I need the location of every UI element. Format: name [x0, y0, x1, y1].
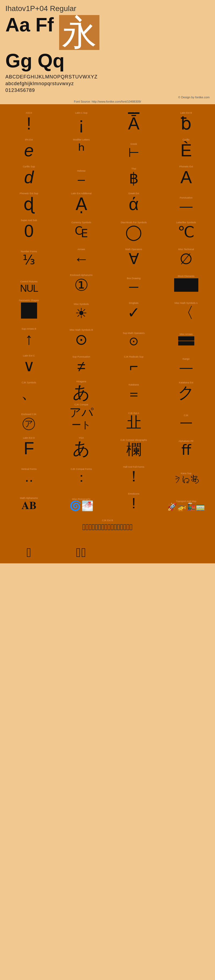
preview-ff: Ff	[35, 15, 54, 50]
preview-qq: Qq	[38, 51, 65, 70]
cell-phonetic-ext-sup: Phonetic Ext Sup ɖ	[3, 188, 55, 215]
cell-latin1-sup: Latin-1 Sup ¡	[55, 107, 107, 134]
geometric-shapes-glyph	[21, 302, 37, 318]
cell-yga: YGA あ	[55, 432, 107, 458]
cell-misc-technical: Misc Technical ∅	[160, 241, 212, 268]
cell-punctuation: Punctuation —	[160, 188, 212, 215]
cell-last-4	[160, 534, 212, 561]
cell-latin-ext-b: Latin Ext B ƀ	[160, 107, 212, 134]
cell-last-2: 𠀀𠀁	[55, 534, 107, 561]
cell-cjk-symbols: CJK Symbols 、	[3, 375, 55, 402]
cell-vertical-forms: Vertical Forms ‥	[3, 458, 55, 485]
cell-last-3	[107, 534, 160, 561]
cell-last-1: 𠀀	[3, 534, 55, 561]
alphabet-section: ABCDEFGHIJKLMNOPQRSTUVWXYZ abcdefghijklm…	[0, 73, 215, 95]
cell-latin-ext-a: Latin Ext A Ā	[107, 107, 160, 134]
cell-katakana: Katakana ＝	[107, 375, 160, 402]
cell-ipa-ext: IPA Ext e	[3, 134, 55, 161]
cell-number-forms: Number Forms ⅓	[3, 241, 55, 268]
cell-control-pictures: Control Pictures NUL	[3, 268, 55, 295]
cell-alphabetic-pf: Alphabetic PF ﬀ	[160, 432, 212, 458]
cell-latin-ext-d: Latin Ext D F	[3, 432, 55, 458]
cell-thai: Thai ฿	[107, 161, 160, 188]
glyph-grid: ASCII ! Latin-1 Sup ¡ Latin Ext A Ā Lati…	[3, 107, 212, 561]
cell-latin-ext-additional: Latin Ext Additional Ạ	[55, 188, 107, 215]
cell-misc-math-symbols-a: Misc Math Symbols A 〈	[160, 295, 212, 322]
cell-arrows: Arrows ←	[55, 241, 107, 268]
cell-sup-punctuation: Sup Punctuation ≠	[55, 349, 107, 375]
glyph-grid-section: ASCII ! Latin-1 Sup ¡ Latin Ext A Ā Lati…	[0, 104, 215, 563]
cell-box-drawing: Box Drawing ─	[107, 268, 160, 295]
cell-cjk-ext-a: CJK Ext A 㐀	[107, 402, 160, 432]
header: Ihatov1P+04 Regular Aa Ff 永 Gg Qq	[0, 0, 215, 73]
cell-cjk-radicals-sup: CJK Radicals Sup ⌐	[107, 349, 160, 375]
cell-misc-arrows: Misc Arrows	[160, 322, 212, 349]
chinese-char: 永	[59, 15, 99, 50]
preview-aa: Aa	[5, 15, 30, 50]
cell-math-alphanums: Math Alphanums 𝐀𝐁	[3, 485, 55, 512]
cell-hebrew: Hebrew –	[55, 161, 107, 188]
misc-arrows-rect-bottom	[178, 341, 194, 345]
cell-emoticons: Emoticons !	[107, 485, 160, 512]
source-text: Font Source: http://www.fontke.com/font/…	[74, 100, 141, 103]
cell-phonetic-ext: Phonetic Ext A	[160, 161, 212, 188]
source-row: Font Source: http://www.fontke.com/font/…	[0, 99, 215, 104]
cell-super-and-sub: Super And Sub 0	[3, 215, 55, 241]
cell-misc-math-symbols-b: Misc Math Symbols B ⊙	[55, 322, 107, 349]
alphabet-lower: abcdefghijklmnopqrstuvwxyz	[5, 80, 210, 87]
cell-cjk-compat: CJK Compat アパート	[55, 402, 107, 432]
cell-kana-sup: Kana Sup 𛀀𛀁𛀂	[160, 458, 212, 485]
cell-diacriticals-for-symbols: Diacriticals For Symbols ◯	[107, 215, 160, 241]
cell-block-elements: Block Elements	[160, 268, 212, 295]
cell-dingbats: Dingbats ✓	[107, 295, 160, 322]
cell-letterlike-symbols: Letterlike Symbols ℃	[160, 215, 212, 241]
cell-cjk-compat-ideographs: CJK Compat Ideographs 欄	[107, 432, 160, 458]
cell-hiragana: Hiragana あ	[55, 375, 107, 402]
cell-currency-symbols: Currency Symbols ₠	[55, 215, 107, 241]
alphabet-upper: ABCDEFGHIJKLMNOPQRSTUVWXYZ	[5, 73, 210, 80]
cell-katakana-ext: Katakana Ext ク	[160, 375, 212, 402]
preview-chars: Aa Ff 永 Gg Qq	[5, 15, 210, 70]
cell-enclosed-alphanums: Enclosed Alphanums ①	[55, 268, 107, 295]
cell-modifier-letters: Modifier Letters ʰ	[55, 134, 107, 161]
cell-cjk-ext-b-row: CJK Ext B 𠀀𠀁𠀂𠀃𠀄𠀅𠀆𠀇𠀈𠀉𠀊𠀋𠀌𠀍𠀎𠀏	[3, 512, 212, 534]
cell-geometric-shapes: Geometric Shapes	[3, 295, 55, 322]
font-title: Ihatov1P+04 Regular	[5, 4, 210, 13]
cell-cyrillic-sup: Cyrillic Sup d	[3, 161, 55, 188]
cell-enclosed-cjk: Enclosed CJK ㋐	[3, 402, 55, 432]
cell-kango: Kango —	[160, 349, 212, 375]
preview-gg: Gg	[5, 51, 32, 70]
copyright-text: © Design by fontke.com	[178, 95, 210, 99]
block-elements-glyph	[174, 278, 198, 292]
cell-cjk-compat-forms: CJK Compat Forms ：	[55, 458, 107, 485]
cell-sup-math-operators: Sup Math Operators ⊙	[107, 322, 160, 349]
cell-math-operators: Math Operators ∀	[107, 241, 160, 268]
digits: 0123456789	[5, 87, 210, 94]
cjk-ext-b-glyphs: 𠀀𠀁𠀂𠀃𠀄𠀅𠀆𠀇𠀈𠀉𠀊𠀋𠀌𠀍𠀎𠀏	[83, 522, 133, 532]
cell-sup-arrows-b: Sup Arrows B ↑	[3, 322, 55, 349]
cell-greek: Greek ⊢	[107, 134, 160, 161]
misc-arrows-rect-top	[178, 336, 194, 340]
cell-cjk: CJK 一	[160, 402, 212, 432]
cell-misc-pictographs: Misc Pictographs 🌀🌁	[55, 485, 107, 512]
cell-misc-symbols: Misc Symbols ☀	[55, 295, 107, 322]
cell-ascii: ASCII !	[3, 107, 55, 134]
cell-half-full-forms: Half And Full Forms ！	[107, 458, 160, 485]
cell-transport-and-map: Transport And Map 🚀🚁🚂🚃	[160, 485, 212, 512]
cell-greek-ext: Greek Ext ά	[107, 188, 160, 215]
cell-latin-ext-c: Latin Ext C ∨	[3, 349, 55, 375]
copyright: © Design by fontke.com	[0, 95, 215, 99]
cell-cyrillic: Cyrillic È	[160, 134, 212, 161]
